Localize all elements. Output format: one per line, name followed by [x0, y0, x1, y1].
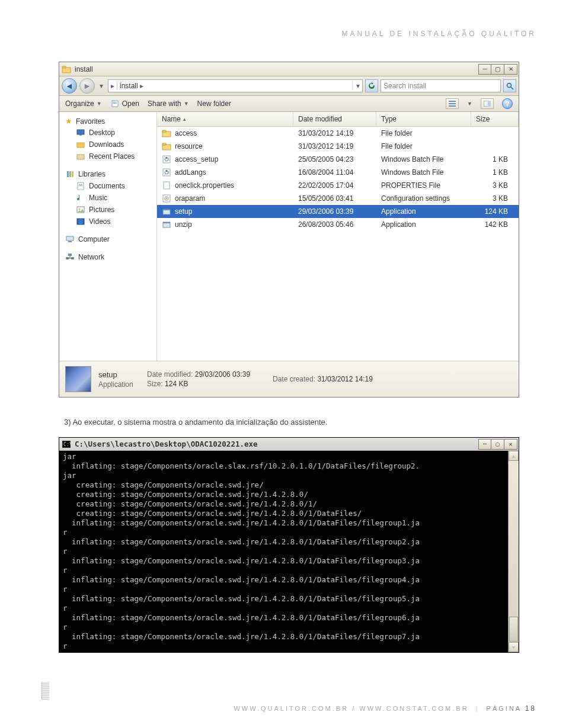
file-row[interactable]: access31/03/2012 14:19File folder — [157, 127, 519, 140]
file-name: setup — [175, 207, 192, 216]
scroll-up-button[interactable]: ▲ — [509, 451, 519, 461]
bat-icon — [162, 168, 171, 177]
forward-button[interactable]: ► — [79, 78, 95, 94]
nav-desktop[interactable]: Desktop — [59, 127, 156, 139]
file-row[interactable]: resource31/03/2012 14:19File folder — [157, 140, 519, 153]
network-icon — [65, 252, 75, 262]
file-row[interactable]: unzip26/08/2003 05:46Application142 KB — [157, 218, 519, 231]
nav-favorites[interactable]: ★Favorites — [59, 116, 156, 127]
chevron-icon: ▸ — [140, 82, 143, 90]
search-placeholder: Search install — [383, 82, 426, 90]
close-button[interactable]: ✕ — [504, 64, 517, 75]
window-title: install — [75, 65, 93, 73]
computer-icon — [65, 235, 75, 244]
command-bar: Organize▼ Open Share with▼ New folder ▼ … — [59, 96, 519, 112]
svg-rect-6 — [113, 103, 117, 104]
view-dropdown[interactable]: ▼ — [467, 101, 472, 107]
libraries-icon — [65, 169, 75, 179]
breadcrumb-dropdown[interactable]: ▾ — [352, 82, 360, 90]
file-row[interactable]: oraparam15/05/2006 03:41Configuration se… — [157, 192, 519, 205]
file-row[interactable]: oneclick.properties22/02/2005 17:04PROPE… — [157, 179, 519, 192]
svg-rect-11 — [488, 101, 491, 107]
file-row[interactable]: access_setup25/05/2005 04:23Windows Batc… — [157, 153, 519, 166]
page-footer: WWW.QUALITOR.COM.BR / WWW.CONSTAT.COM.BR… — [0, 704, 536, 713]
file-date: 26/08/2003 05:46 — [293, 220, 376, 229]
explorer-window: install ─ ▢ ✕ ◄ ► ▾ ▸ install ▸ ▾ — [59, 62, 519, 397]
file-date: 22/02/2005 17:04 — [293, 181, 376, 190]
file-type: Windows Batch File — [376, 168, 471, 177]
file-row[interactable]: setup29/03/2006 03:39Application124 KB — [157, 205, 519, 218]
console-close-button[interactable]: ✕ — [504, 439, 517, 450]
nav-libraries[interactable]: Libraries — [59, 168, 156, 180]
svg-rect-13 — [79, 134, 82, 136]
svg-rect-31 — [68, 254, 72, 256]
address-bar: ◄ ► ▾ ▸ install ▸ ▾ Search install — [59, 76, 519, 96]
svg-rect-25 — [77, 219, 78, 225]
console-scrollbar[interactable]: ▲ ▼ — [508, 451, 519, 652]
console-minimize-button[interactable]: ─ — [478, 439, 491, 450]
breadcrumb[interactable]: ▸ install ▸ ▾ — [108, 79, 363, 92]
view-menu[interactable] — [446, 98, 459, 109]
svg-rect-27 — [66, 236, 73, 240]
svg-rect-21 — [79, 185, 82, 186]
svg-rect-38 — [163, 156, 170, 163]
scroll-down-button[interactable]: ▼ — [509, 642, 519, 652]
minimize-button[interactable]: ─ — [478, 64, 491, 75]
nav-computer[interactable]: Computer — [59, 233, 156, 245]
svg-text:C:\: C:\ — [63, 442, 71, 447]
search-button[interactable] — [503, 79, 516, 92]
svg-rect-49 — [163, 209, 170, 210]
col-date[interactable]: Date modified — [293, 112, 376, 126]
nav-pictures[interactable]: Pictures — [59, 204, 156, 216]
new-folder-button[interactable]: New folder — [197, 100, 231, 108]
file-date: 31/03/2012 14:19 — [293, 142, 376, 150]
col-size[interactable]: Size — [471, 112, 519, 126]
file-size: 1 KB — [471, 168, 519, 177]
open-icon — [110, 99, 120, 108]
maximize-button[interactable]: ▢ — [491, 64, 504, 75]
col-type[interactable]: Type — [376, 112, 471, 126]
scroll-thumb[interactable] — [509, 617, 518, 642]
organize-menu[interactable]: Organize▼ — [65, 100, 102, 108]
footer-url1: WWW.QUALITOR.COM.BR — [234, 705, 349, 712]
svg-rect-35 — [162, 130, 166, 132]
console-title: C:\Users\lecastro\Desktop\ODAC1020221.ex… — [75, 440, 258, 448]
refresh-button[interactable] — [365, 79, 378, 92]
svg-rect-17 — [69, 171, 71, 177]
svg-rect-14 — [77, 143, 84, 147]
file-row[interactable]: addLangs16/08/2004 11:04Windows Batch Fi… — [157, 166, 519, 179]
search-input[interactable]: Search install — [381, 79, 501, 92]
console-output: jar inflating: stage/Components/oracle.s… — [59, 451, 508, 652]
back-button[interactable]: ◄ — [62, 78, 77, 94]
nav-downloads[interactable]: Downloads — [59, 139, 156, 150]
footer-page-label: PÁGINA — [487, 705, 522, 712]
nav-documents[interactable]: Documents — [59, 180, 156, 192]
file-type: Windows Batch File — [376, 155, 471, 163]
file-name: unzip — [175, 220, 192, 229]
folder-icon — [162, 129, 171, 138]
svg-point-47 — [166, 198, 167, 199]
open-button[interactable]: Open — [110, 99, 139, 108]
file-icon — [162, 181, 171, 190]
nav-videos[interactable]: Videos — [59, 216, 156, 227]
col-name[interactable]: Name▴ — [157, 112, 293, 126]
svg-point-2 — [507, 83, 511, 87]
breadcrumb-item[interactable]: install — [120, 82, 138, 90]
downloads-icon — [76, 140, 85, 149]
console-maximize-button[interactable]: ▢ — [491, 439, 504, 450]
svg-rect-5 — [113, 102, 117, 102]
file-size: 3 KB — [471, 194, 519, 203]
nav-network[interactable]: Network — [59, 251, 156, 263]
details-date: 29/03/2006 03:39 — [195, 370, 250, 379]
nav-music[interactable]: Music — [59, 192, 156, 204]
file-date: 16/08/2004 11:04 — [293, 168, 376, 177]
app-icon — [162, 207, 171, 216]
nav-recent[interactable]: Recent Places — [59, 150, 156, 162]
folder-icon — [162, 142, 171, 151]
preview-pane-button[interactable] — [481, 98, 494, 109]
bat-icon — [162, 155, 171, 164]
help-button[interactable]: ? — [502, 98, 513, 109]
history-dropdown[interactable]: ▾ — [97, 78, 106, 94]
page-header: MANUAL DE INSTALAÇÃO QUALITOR — [41, 30, 536, 38]
share-menu[interactable]: Share with▼ — [148, 100, 189, 108]
